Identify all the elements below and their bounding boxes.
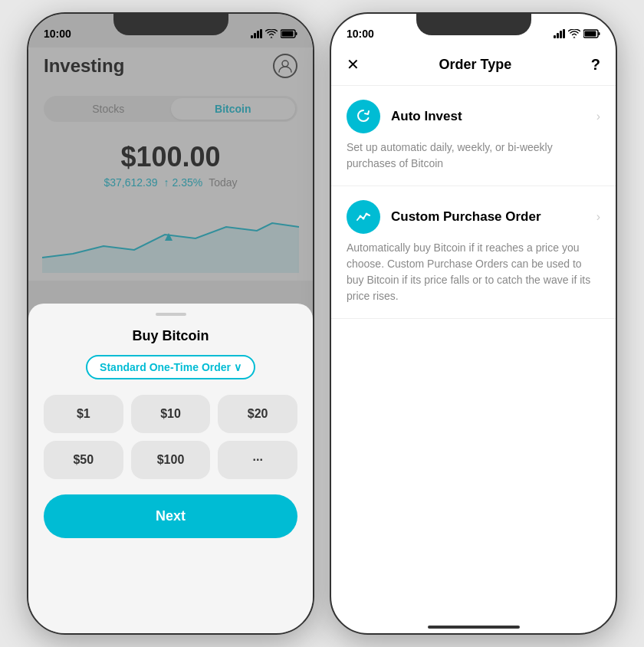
auto-invest-option[interactable]: Auto Invest › Set up automatic daily, we… (331, 86, 616, 186)
status-icons-right (554, 29, 600, 38)
svg-rect-7 (585, 31, 596, 37)
sheet-title: Buy Bitcoin (44, 328, 297, 344)
wifi-icon-right (568, 29, 580, 38)
svg-point-10 (363, 218, 365, 220)
amount-grid: $1 $10 $20 $50 $100 ··· (44, 395, 297, 479)
battery-icon-right (583, 29, 600, 38)
amount-more[interactable]: ··· (218, 441, 297, 479)
right-phone: 10:00 (330, 12, 617, 635)
amount-50[interactable]: $50 (44, 441, 123, 479)
amount-10[interactable]: $10 (131, 395, 211, 433)
auto-invest-name: Auto Invest (391, 109, 462, 124)
left-phone: 10:00 (27, 12, 314, 635)
custom-order-option[interactable]: Custom Purchase Order › Automatically bu… (331, 186, 616, 319)
refresh-icon (355, 108, 372, 125)
status-icons-left (251, 29, 297, 38)
buy-bitcoin-sheet: Buy Bitcoin Standard One-Time Order ∨ $1… (28, 304, 313, 633)
order-type-screen: 10:00 (331, 14, 616, 633)
help-button[interactable]: ? (591, 56, 600, 74)
notch (113, 14, 228, 35)
custom-order-header: Custom Purchase Order › (347, 200, 600, 234)
amount-1[interactable]: $1 (44, 395, 123, 433)
svg-point-9 (360, 215, 362, 218)
custom-order-left: Custom Purchase Order (347, 200, 541, 234)
auto-invest-chevron: › (596, 110, 600, 123)
svg-rect-8 (599, 32, 600, 35)
svg-point-11 (366, 213, 368, 215)
auto-invest-icon (347, 100, 380, 133)
wifi-icon (265, 29, 278, 38)
time-right: 10:00 (347, 28, 374, 40)
home-indicator-right (428, 626, 520, 629)
auto-invest-header: Auto Invest › (347, 100, 600, 133)
next-button[interactable]: Next (44, 494, 297, 538)
custom-order-name: Custom Purchase Order (391, 209, 541, 225)
close-button[interactable]: ✕ (347, 55, 360, 74)
signal-icon (251, 29, 262, 38)
order-type-header: ✕ Order Type ? (331, 48, 616, 86)
custom-order-chevron: › (596, 210, 600, 224)
svg-rect-1 (282, 31, 294, 37)
battery-icon (281, 29, 297, 38)
order-type-pill-label: Standard One-Time Order ∨ (100, 361, 242, 373)
order-type-title: Order Type (439, 57, 512, 73)
signal-icon-right (554, 29, 565, 38)
auto-invest-left: Auto Invest (347, 100, 462, 133)
custom-order-desc: Automatically buy Bitcoin if it reaches … (347, 240, 600, 304)
order-type-pill[interactable]: Standard One-Time Order ∨ (86, 355, 255, 379)
chart-icon (355, 209, 372, 225)
auto-invest-desc: Set up automatic daily, weekly, or bi-we… (347, 140, 600, 172)
amount-100[interactable]: $100 (131, 441, 211, 479)
sheet-handle (156, 313, 186, 316)
svg-rect-2 (296, 32, 297, 35)
time-left: 10:00 (44, 28, 71, 40)
notch-right (416, 14, 531, 35)
custom-order-icon (347, 200, 380, 234)
amount-20[interactable]: $20 (218, 395, 297, 433)
investing-screen: 10:00 (28, 14, 313, 633)
